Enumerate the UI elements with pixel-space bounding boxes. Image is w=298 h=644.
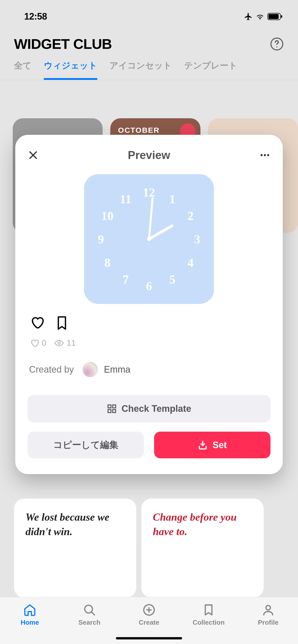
copy-edit-label: コピーして編集 — [53, 439, 118, 451]
more-icon[interactable] — [259, 150, 270, 161]
download-icon — [198, 440, 208, 450]
view-count-value: 11 — [67, 338, 76, 348]
modal-backdrop: Preview 12 1 2 3 4 5 6 7 8 9 10 11 — [0, 0, 298, 644]
creator-name: Emma — [104, 364, 130, 375]
clock-center-dot — [147, 237, 151, 241]
check-template-label: Check Template — [121, 403, 191, 414]
set-label: Set — [212, 440, 227, 450]
svg-point-9 — [267, 154, 269, 156]
view-count: 11 — [54, 338, 76, 348]
grid-icon — [107, 404, 117, 414]
svg-rect-12 — [113, 405, 116, 408]
svg-point-8 — [264, 154, 266, 156]
like-count-value: 0 — [42, 338, 46, 348]
heart-icon[interactable] — [30, 315, 44, 330]
svg-rect-13 — [108, 409, 111, 413]
svg-point-7 — [261, 154, 263, 156]
minute-hand — [148, 197, 154, 239]
svg-rect-14 — [113, 409, 116, 413]
set-button[interactable]: Set — [154, 432, 270, 458]
clock-face: 12 1 2 3 4 5 6 7 8 9 10 11 — [84, 174, 214, 304]
svg-rect-11 — [108, 405, 111, 408]
bookmark-icon[interactable] — [56, 315, 68, 331]
eye-icon — [54, 339, 64, 348]
created-by-label: Created by — [29, 364, 74, 375]
like-count: 0 — [30, 338, 46, 348]
clock-widget-preview: 12 1 2 3 4 5 6 7 8 9 10 11 — [28, 174, 270, 304]
button-row: コピーして編集 Set — [28, 432, 270, 458]
svg-point-10 — [58, 342, 60, 344]
hour-hand — [148, 224, 174, 240]
stats-row: 0 11 — [28, 338, 270, 348]
modal-header: Preview — [28, 149, 270, 162]
copy-edit-button[interactable]: コピーして編集 — [28, 432, 144, 458]
close-icon[interactable] — [28, 150, 39, 161]
heart-small-icon — [30, 339, 39, 348]
modal-title: Preview — [128, 149, 170, 162]
check-template-button[interactable]: Check Template — [28, 395, 270, 422]
creator-row[interactable]: Created by Emma — [28, 362, 270, 377]
creator-avatar — [83, 362, 98, 377]
preview-modal: Preview 12 1 2 3 4 5 6 7 8 9 10 11 — [15, 135, 283, 474]
action-icons-row — [28, 315, 270, 331]
